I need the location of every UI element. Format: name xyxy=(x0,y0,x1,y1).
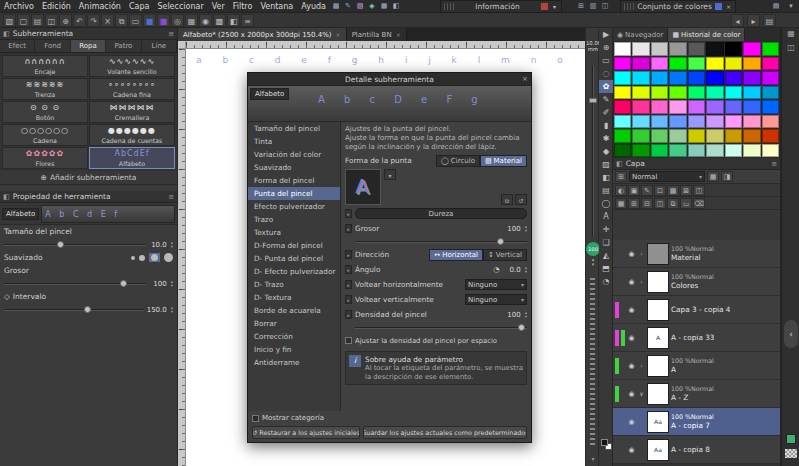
color-swatch[interactable] xyxy=(706,115,723,129)
visibility-icon[interactable]: ◉ xyxy=(627,390,636,398)
layer-tool-icon[interactable]: ▩ xyxy=(667,185,679,196)
thickness-spinner[interactable]: ▴▾ xyxy=(171,280,173,287)
angle-spinner[interactable]: ▴▾ xyxy=(525,266,527,273)
menubar-icon[interactable]: ▤ xyxy=(770,0,782,13)
color-swatch[interactable] xyxy=(651,86,668,100)
panel-collapse-arrow[interactable]: ‹ xyxy=(784,320,798,348)
color-swatch[interactable] xyxy=(688,86,705,100)
layer-action-icon[interactable]: ⊞ xyxy=(628,198,640,209)
toolbar-icon[interactable]: ↷ xyxy=(87,14,100,27)
visibility-icon[interactable]: ◉ xyxy=(627,418,636,426)
toolbar-icon[interactable]: ■ xyxy=(143,14,156,27)
layer-thumbnail[interactable] xyxy=(647,383,669,405)
color-swatch[interactable] xyxy=(632,42,649,56)
grid-icon[interactable]: ▦ xyxy=(707,171,719,182)
color-chips[interactable] xyxy=(601,439,612,450)
expand-arrow-icon[interactable]: ∨ xyxy=(638,390,645,397)
category-item[interactable]: D- Punta del pincel xyxy=(248,252,340,265)
panel-menu-icon[interactable]: ▾ xyxy=(551,3,558,10)
layer-row[interactable]: ◉ ∨ 100 %Normal A - Z xyxy=(613,380,780,408)
document-tab[interactable]: Plantilla BN × xyxy=(347,28,407,41)
brush-item[interactable]: ≋≋≋≋≋ Trenza xyxy=(2,78,88,100)
category-item[interactable]: Corrección xyxy=(248,330,340,343)
color-swatch[interactable] xyxy=(632,129,649,143)
hardness-control[interactable]: Dureza xyxy=(355,208,527,219)
add-subtool-button[interactable]: ⊕ Añadir subherramienta xyxy=(0,171,177,185)
param-toggle-icon[interactable]: ▸ xyxy=(345,295,352,304)
param-toggle-icon[interactable]: ▸ xyxy=(345,209,352,218)
layer-tool-icon[interactable]: ⊡ xyxy=(654,185,666,196)
color-swatch[interactable] xyxy=(614,86,631,100)
panel-dock-icon[interactable]: ◧ xyxy=(616,160,623,168)
layer-tool-icon[interactable]: ⊠ xyxy=(680,185,692,196)
category-item[interactable]: D- Textura xyxy=(248,291,340,304)
category-item[interactable]: D-Forma del pincel xyxy=(248,239,340,252)
color-swatch[interactable] xyxy=(614,115,631,129)
color-swatch[interactable] xyxy=(651,100,668,114)
panel-dock-icon[interactable]: ◧ xyxy=(3,30,10,38)
layer-tool-icon[interactable]: ◫ xyxy=(693,185,705,196)
toolbar-icon[interactable]: ⊕ xyxy=(59,14,72,27)
brush-item[interactable]: ✿✿✿✿✿ Flores xyxy=(2,147,88,169)
menubar-icon[interactable]: ◫ xyxy=(599,0,611,13)
transparent-color-chip[interactable] xyxy=(785,449,797,458)
layer-row[interactable]: ◉ › 100 %Normal Material xyxy=(613,240,780,268)
category-item[interactable]: Tamaño del pincel xyxy=(248,122,340,135)
color-swatch[interactable] xyxy=(651,129,668,143)
color-swatch[interactable] xyxy=(669,57,686,71)
toolbar-icon[interactable]: ≡ xyxy=(241,14,254,27)
tool-icon[interactable]: ⊕ xyxy=(599,41,613,54)
category-item[interactable]: Punta del pincel xyxy=(248,187,340,200)
color-swatch[interactable] xyxy=(762,57,779,71)
smoothing-option[interactable] xyxy=(164,253,173,262)
visibility-icon[interactable]: ◉ xyxy=(627,362,636,370)
interval-spinner[interactable]: ▴▾ xyxy=(171,306,173,313)
thickness-spinner[interactable]: ▴▾ xyxy=(525,225,527,232)
menubar-icon[interactable]: ✎ xyxy=(342,0,354,13)
toolbar-icon[interactable]: ◉ xyxy=(199,14,212,27)
restore-defaults-button[interactable]: ↺ Restaurar a los ajustes iniciales xyxy=(252,426,360,439)
color-swatch[interactable] xyxy=(743,100,760,114)
menu-item[interactable]: Seleccionar xyxy=(153,0,207,13)
layer-thumbnail[interactable] xyxy=(647,271,669,293)
expand-arrow-icon[interactable]: › xyxy=(638,250,645,257)
color-swatch[interactable] xyxy=(632,115,649,129)
layer-row[interactable]: ◉ A A - copia 33 xyxy=(613,324,780,352)
tool-icon[interactable]: ⬒ xyxy=(599,262,613,275)
color-swatch[interactable] xyxy=(669,144,686,158)
show-category-checkbox[interactable] xyxy=(252,415,259,422)
color-swatch[interactable] xyxy=(706,86,723,100)
category-item[interactable]: Variación del color xyxy=(248,148,340,161)
menubar-icon[interactable]: ◧ xyxy=(390,0,402,13)
color-swatch[interactable] xyxy=(614,100,631,114)
brush-item[interactable]: ●●●●●● Cadena de cuentas xyxy=(89,124,175,146)
color-swatch[interactable] xyxy=(743,144,760,158)
visibility-icon[interactable]: ◉ xyxy=(627,446,636,454)
visibility-icon[interactable]: ◉ xyxy=(627,306,636,314)
layer-thumbnail[interactable]: Aa xyxy=(647,411,669,433)
subtool-tab[interactable]: Fond xyxy=(35,40,70,52)
close-icon[interactable]: × xyxy=(336,31,341,38)
layer-tool-icon[interactable]: ✎ xyxy=(641,185,653,196)
tool-icon[interactable]: ▤ xyxy=(599,184,613,197)
density-slider[interactable] xyxy=(355,323,527,332)
param-toggle-icon[interactable]: ▸ xyxy=(345,280,352,289)
layer-row[interactable]: ◉ Aa A - copia 8 xyxy=(613,436,780,464)
brush-item[interactable]: ○○○○○○ Cadena xyxy=(2,124,88,146)
colorset-panel-titlebar[interactable]: Conjunto de colores × xyxy=(620,0,736,13)
category-item[interactable]: Suavizado xyxy=(248,161,340,174)
menubar-icon[interactable]: ▩ xyxy=(330,0,342,13)
color-swatch[interactable] xyxy=(614,42,631,56)
reset-icon[interactable]: ↺ xyxy=(515,194,527,205)
density-checkbox[interactable] xyxy=(345,337,352,344)
color-swatch[interactable] xyxy=(725,100,742,114)
color-swatch[interactable] xyxy=(688,57,705,71)
tool-icon[interactable]: ✱ xyxy=(599,132,613,145)
toolbar-icon[interactable]: ◧ xyxy=(227,14,240,27)
tool-icon[interactable]: ▨ xyxy=(599,158,613,171)
expand-arrow-icon[interactable]: › xyxy=(638,278,645,285)
info-panel-titlebar[interactable]: Información ▾ xyxy=(440,0,562,13)
color-swatch[interactable] xyxy=(706,71,723,85)
color-swatch[interactable] xyxy=(725,57,742,71)
color-swatch[interactable] xyxy=(688,42,705,56)
